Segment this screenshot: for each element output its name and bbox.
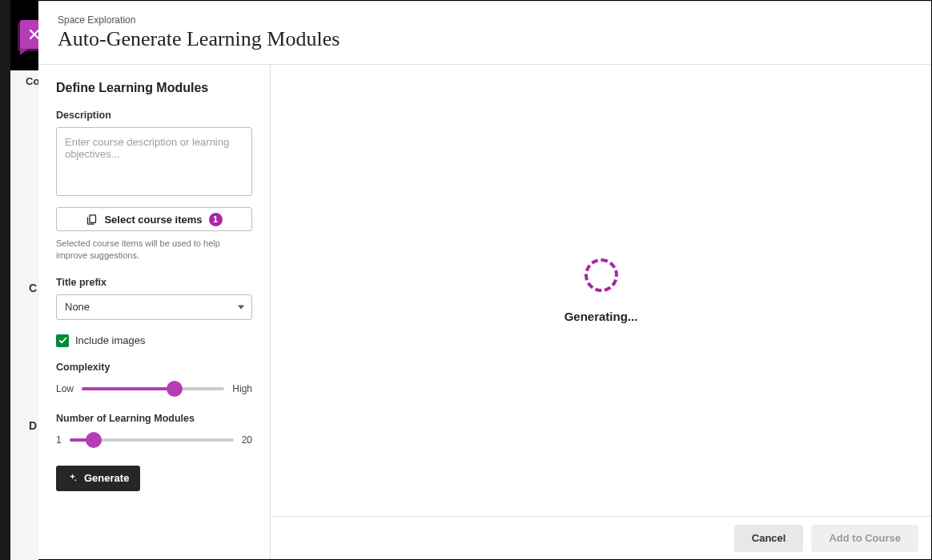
generate-button[interactable]: Generate bbox=[56, 466, 140, 491]
add-to-course-button: Add to Course bbox=[811, 525, 918, 552]
description-label: Description bbox=[56, 110, 252, 121]
modal-header: Space Exploration Auto-Generate Learning… bbox=[38, 2, 931, 65]
generating-area: Generating... bbox=[271, 65, 931, 516]
modules-count-slider[interactable] bbox=[70, 430, 234, 450]
modules-count-label: Number of Learning Modules bbox=[56, 413, 252, 424]
backdrop-tabbar bbox=[10, 70, 38, 560]
svg-rect-2 bbox=[90, 214, 96, 222]
backdrop-sidebar bbox=[0, 0, 10, 560]
complexity-high-label: High bbox=[232, 383, 252, 394]
cancel-button[interactable]: Cancel bbox=[734, 525, 804, 552]
modal: Space Exploration Auto-Generate Learning… bbox=[38, 1, 931, 559]
backdrop-letter: D bbox=[29, 419, 37, 432]
sparkle-icon bbox=[67, 473, 78, 483]
course-name: Space Exploration bbox=[58, 14, 912, 26]
modal-footer: Cancel Add to Course bbox=[271, 516, 931, 559]
page-title: Auto-Generate Learning Modules bbox=[58, 27, 912, 51]
modules-min-label: 1 bbox=[56, 434, 62, 446]
selected-count-badge: 1 bbox=[209, 213, 223, 226]
section-title: Define Learning Modules bbox=[56, 81, 252, 95]
select-course-items-button[interactable]: Select course items 1 bbox=[56, 207, 252, 231]
modal-body: Define Learning Modules Description Sele… bbox=[38, 65, 931, 559]
title-prefix-label: Title prefix bbox=[56, 277, 252, 288]
select-course-items-label: Select course items bbox=[104, 214, 202, 226]
complexity-low-label: Low bbox=[56, 383, 74, 394]
include-images-checkbox[interactable] bbox=[56, 334, 69, 347]
complexity-slider[interactable] bbox=[82, 379, 224, 398]
select-items-help-text: Selected course items will be used to he… bbox=[56, 238, 252, 262]
include-images-label[interactable]: Include images bbox=[75, 334, 145, 346]
description-input[interactable] bbox=[56, 127, 252, 196]
check-icon bbox=[58, 336, 67, 345]
modules-max-label: 20 bbox=[242, 434, 252, 446]
modules-slider-thumb[interactable] bbox=[86, 432, 102, 448]
complexity-slider-thumb[interactable] bbox=[167, 381, 183, 397]
right-panel: Generating... Cancel Add to Course bbox=[271, 65, 931, 559]
documents-icon bbox=[86, 214, 98, 226]
title-prefix-select[interactable]: None bbox=[56, 294, 252, 320]
backdrop-tab-truncated: Co bbox=[26, 75, 39, 87]
backdrop-letter: C bbox=[29, 282, 37, 294]
complexity-label: Complexity bbox=[56, 362, 252, 373]
left-panel: Define Learning Modules Description Sele… bbox=[38, 65, 271, 559]
chevron-down-icon bbox=[238, 305, 244, 309]
spinner-icon bbox=[585, 258, 618, 292]
title-prefix-value: None bbox=[65, 301, 90, 313]
generating-text: Generating... bbox=[564, 310, 638, 323]
generate-button-label: Generate bbox=[84, 472, 129, 484]
